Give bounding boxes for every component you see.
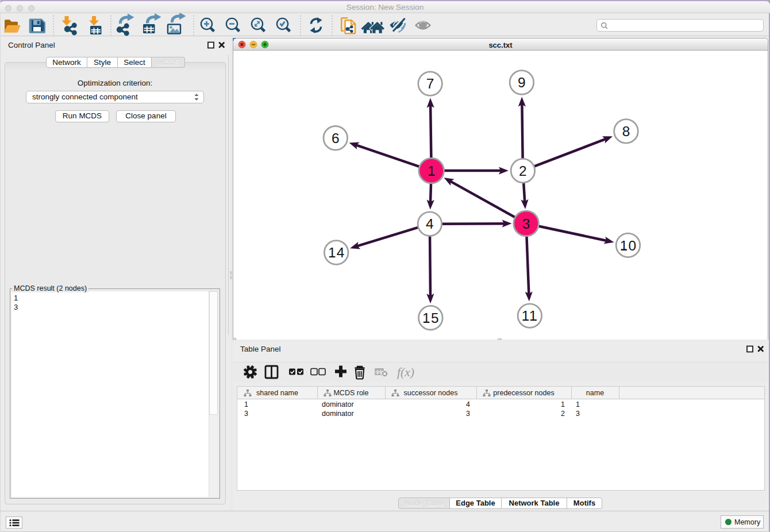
svg-text:8: 8 <box>622 124 631 139</box>
svg-text:15: 15 <box>422 310 440 326</box>
svg-text:11: 11 <box>522 308 538 323</box>
svg-text:9: 9 <box>518 75 526 90</box>
svg-text:1: 1 <box>428 163 436 179</box>
svg-text:2: 2 <box>519 163 528 179</box>
svg-text:14: 14 <box>328 245 345 260</box>
svg-text:f(x): f(x) <box>397 365 414 379</box>
svg-text:3: 3 <box>522 216 531 232</box>
svg-text:10: 10 <box>620 238 637 253</box>
svg-text:6: 6 <box>332 130 340 146</box>
svg-text:7: 7 <box>426 76 435 91</box>
svg-text:4: 4 <box>426 216 434 232</box>
